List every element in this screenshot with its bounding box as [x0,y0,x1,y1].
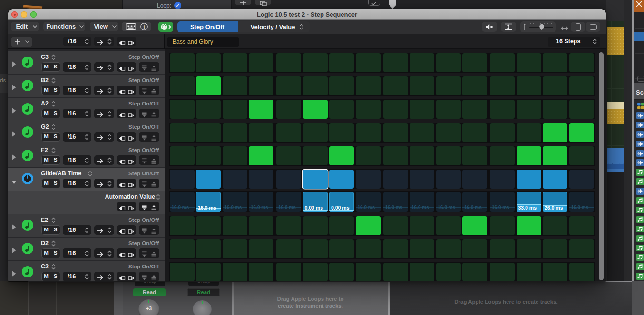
svg-text:i: i [143,24,145,29]
